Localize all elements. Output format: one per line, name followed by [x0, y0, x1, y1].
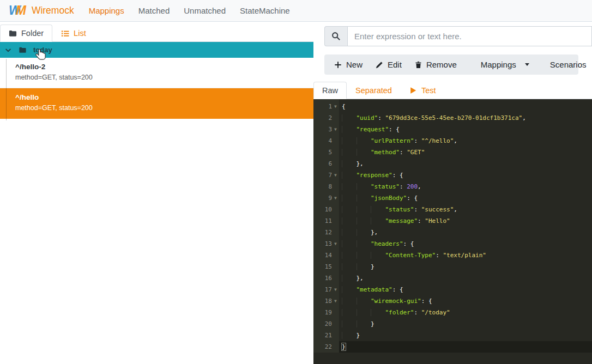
mapping-list-item[interactable]: ^/hello-2method=GET, status=200 [0, 58, 313, 88]
editor-line-number[interactable]: 17▼ [313, 284, 339, 295]
tab-folder[interactable]: Folder [0, 25, 52, 42]
editor-code-text[interactable]: "method": "GET" [339, 147, 592, 158]
editor-line[interactable]: 19 "folder": "/today" [313, 307, 592, 318]
editor-code-text[interactable]: "status": "success", [339, 204, 592, 215]
editor-code-text[interactable]: } [339, 261, 592, 272]
editor-code-text[interactable]: }, [339, 227, 592, 238]
sidebar-tabs: Folder List [0, 22, 313, 42]
editor-line[interactable]: 2 "uuid": "679dd3ce-55e5-45ee-b270-01dcf… [313, 112, 592, 124]
editor-line-number[interactable]: 10 [313, 204, 339, 215]
editor-line[interactable]: 3▼ "request": { [313, 124, 592, 135]
editor-code-text[interactable]: "Content-Type": "text/plain" [339, 250, 592, 261]
editor-line-number[interactable]: 1▼ [313, 101, 339, 112]
nav-links: MappingsMatchedUnmatchedStateMachine [82, 6, 297, 15]
editor-code-text[interactable]: "request": { [339, 124, 592, 135]
code-editor[interactable]: 1▼{2 "uuid": "679dd3ce-55e5-45ee-b270-01… [313, 99, 592, 364]
tab-raw-label: Raw [322, 86, 338, 95]
editor-line-number[interactable]: 6 [313, 158, 339, 169]
remove-button[interactable]: Remove [408, 57, 463, 72]
editor-line-number[interactable]: 3▼ [313, 124, 339, 135]
editor-line[interactable]: 9▼ "jsonBody": { [313, 192, 592, 204]
editor-code-text[interactable]: } [339, 318, 592, 330]
editor-line[interactable]: 7▼ "response": { [313, 169, 592, 181]
editor-code-text[interactable]: "message": "Hello" [339, 215, 592, 227]
tab-raw[interactable]: Raw [313, 82, 347, 99]
mappings-sidebar: Folder List today ^/hello-2method=GET, s… [0, 22, 313, 364]
editor-code-text[interactable]: } [339, 341, 592, 353]
editor-line-number[interactable]: 21 [313, 330, 339, 341]
editor-code-text[interactable]: { [339, 101, 592, 112]
editor-code-text[interactable]: "jsonBody": { [339, 192, 592, 204]
editor-line-number[interactable]: 11 [313, 215, 339, 227]
editor-line-number[interactable]: 16 [313, 272, 339, 284]
tree-folder-today[interactable]: today [0, 42, 313, 58]
scenarios-dropdown[interactable]: Scenarios [543, 57, 592, 72]
editor-code-text[interactable]: "folder": "/today" [339, 307, 592, 318]
editor-line[interactable]: 4 "urlPattern": "^/hello", [313, 135, 592, 147]
editor-code-text[interactable]: "uuid": "679dd3ce-55e5-45ee-b270-01dcf1b… [339, 112, 592, 124]
editor-line-number[interactable]: 9▼ [313, 192, 339, 204]
chevron-down-icon[interactable] [4, 46, 12, 54]
editor-line[interactable]: 15 } [313, 261, 592, 272]
fold-toggle-icon[interactable]: ▼ [332, 295, 339, 307]
editor-line-number[interactable]: 19 [313, 307, 339, 318]
editor-line[interactable]: 14 "Content-Type": "text/plain" [313, 250, 592, 261]
editor-line[interactable]: 18▼ "wiremock-gui": { [313, 295, 592, 307]
editor-line[interactable]: 22} [313, 341, 592, 353]
editor-code-text[interactable]: "status": 200, [339, 181, 592, 192]
editor-line[interactable]: 10 "status": "success", [313, 204, 592, 215]
editor-code-text[interactable]: }, [339, 272, 592, 284]
editor-line-number[interactable]: 20 [313, 318, 339, 330]
new-button[interactable]: New [328, 57, 369, 72]
editor-line[interactable]: 5 "method": "GET" [313, 147, 592, 158]
editor-code-text[interactable]: "response": { [339, 169, 592, 181]
editor-line[interactable]: 1▼{ [313, 101, 592, 112]
mapping-list-item[interactable]: ^/hellomethod=GET, status=200 [0, 88, 313, 119]
editor-code-text[interactable]: "headers": { [339, 238, 592, 250]
fold-toggle-icon[interactable]: ▼ [332, 101, 339, 112]
editor-line[interactable]: 12 }, [313, 227, 592, 238]
fold-toggle-icon[interactable]: ▼ [332, 284, 339, 295]
editor-line-number[interactable]: 12 [313, 227, 339, 238]
editor-code-text[interactable]: "metadata": { [339, 284, 592, 295]
editor-line[interactable]: 13▼ "headers": { [313, 238, 592, 250]
editor-line-number[interactable]: 4 [313, 135, 339, 147]
editor-line-number[interactable]: 22 [313, 341, 339, 353]
editor-line-number[interactable]: 18▼ [313, 295, 339, 307]
mappings-dropdown[interactable]: Mappings [474, 57, 536, 72]
editor-line-number[interactable]: 15 [313, 261, 339, 272]
editor-line[interactable]: 16 }, [313, 272, 592, 284]
editor-line-number[interactable]: 13▼ [313, 238, 339, 250]
editor-code-text[interactable]: "wiremock-gui": { [339, 295, 592, 307]
editor-line-number[interactable]: 7▼ [313, 169, 339, 181]
editor-line-number[interactable]: 14 [313, 250, 339, 261]
edit-button[interactable]: Edit [369, 57, 408, 72]
search-input[interactable] [347, 26, 592, 46]
editor-code-text[interactable]: "urlPattern": "^/hello", [339, 135, 592, 147]
brand[interactable]: WM Wiremock [9, 4, 74, 17]
tab-test[interactable]: Test [401, 82, 445, 99]
fold-toggle-icon[interactable]: ▼ [332, 124, 339, 135]
fold-toggle-icon[interactable]: ▼ [332, 169, 339, 181]
editor-line[interactable]: 11 "message": "Hello" [313, 215, 592, 227]
editor-code-text[interactable]: }, [339, 158, 592, 169]
fold-toggle-icon[interactable]: ▼ [332, 192, 339, 204]
tab-list[interactable]: List [52, 25, 95, 42]
editor-line[interactable]: 6 }, [313, 158, 592, 169]
nav-item-statemachine[interactable]: StateMachine [233, 6, 297, 15]
nav-item-mappings[interactable]: Mappings [82, 6, 131, 15]
search-icon-box [324, 26, 347, 46]
fold-toggle-icon[interactable]: ▼ [332, 238, 339, 250]
nav-item-matched[interactable]: Matched [131, 6, 177, 15]
editor-line[interactable]: 20 } [313, 318, 592, 330]
tab-separated[interactable]: Separated [347, 82, 401, 99]
editor-code-text[interactable]: } [339, 330, 592, 341]
editor-line-number[interactable]: 2 [313, 112, 339, 124]
editor-line[interactable]: 8 "status": 200, [313, 181, 592, 192]
editor-line[interactable]: 21 } [313, 330, 592, 341]
editor-line-number[interactable]: 5 [313, 147, 339, 158]
brand-name[interactable]: Wiremock [32, 5, 74, 16]
editor-line-number[interactable]: 8 [313, 181, 339, 192]
nav-item-unmatched[interactable]: Unmatched [177, 6, 233, 15]
editor-line[interactable]: 17▼ "metadata": { [313, 284, 592, 295]
